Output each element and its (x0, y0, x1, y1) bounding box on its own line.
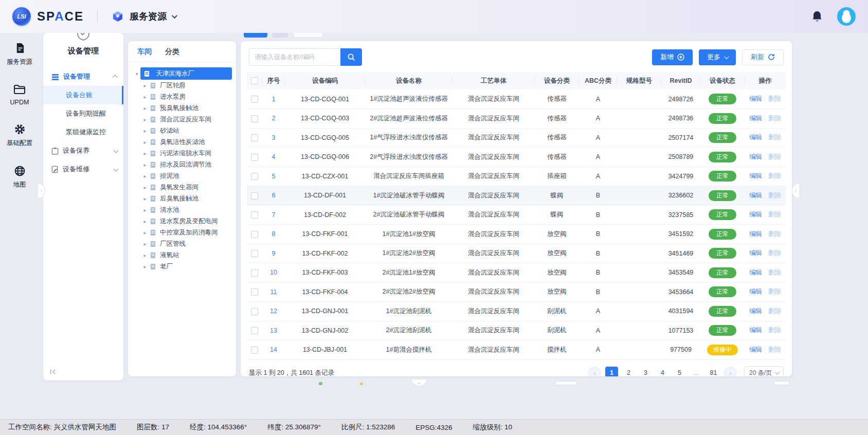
caret-collapsed-icon[interactable]: ▸ (141, 105, 149, 111)
table-row[interactable]: 1 13-CD-CGQ-001 1#沉淀池超声波液位传感器 混合沉淀反应车间 传… (247, 89, 786, 109)
tree-node[interactable]: ▸ 送水泵房及变配电间 (133, 215, 232, 227)
app-switcher[interactable]: 服务资源 (111, 10, 176, 23)
delete-link[interactable]: 删除 (768, 134, 781, 141)
row-number-link[interactable]: 13 (270, 327, 277, 334)
caret-collapsed-icon[interactable]: ▸ (141, 241, 149, 247)
row-checkbox[interactable] (251, 231, 258, 238)
caret-collapsed-icon[interactable]: ▸ (141, 264, 149, 269)
caret-expanded-icon[interactable]: ▾ (133, 71, 140, 77)
edit-link[interactable]: 编辑 (749, 249, 762, 257)
row-checkbox[interactable] (251, 288, 258, 296)
page-button[interactable]: 3 (639, 367, 652, 377)
row-checkbox[interactable] (251, 269, 258, 277)
delete-link[interactable]: 删除 (768, 346, 781, 353)
tab-category[interactable]: 分类 (165, 47, 179, 57)
delete-link[interactable]: 删除 (768, 327, 781, 334)
page-button[interactable]: 1 (605, 367, 618, 377)
edit-link[interactable]: 编辑 (749, 230, 762, 238)
row-checkbox[interactable] (251, 134, 258, 141)
tree-node[interactable]: ▸ 排水及回流调节池 (133, 159, 232, 170)
delete-link[interactable]: 删除 (768, 95, 781, 102)
caret-collapsed-icon[interactable]: ▸ (141, 83, 149, 88)
table-row[interactable]: 4 13-CD-CGQ-006 2#气浮段进水浊度仪传感器 混合沉淀反应车间 传… (247, 148, 786, 167)
table-row[interactable]: 9 13-CD-FKF-002 1#沉淀池2#放空阀 混合沉淀反应车间 放空阀 … (247, 244, 786, 263)
page-button[interactable]: ... (690, 367, 703, 377)
row-checkbox[interactable] (251, 96, 258, 103)
caret-collapsed-icon[interactable]: ▸ (141, 185, 149, 190)
row-number-link[interactable]: 2 (272, 115, 276, 122)
caret-collapsed-icon[interactable]: ▸ (141, 162, 149, 168)
tree-node[interactable]: ▸ 进水泵房 (133, 91, 232, 102)
table-row[interactable]: 3 13-CD-CGQ-005 1#气浮段进水浊度仪传感器 混合沉淀反应车间 传… (247, 128, 786, 148)
tab-workshop[interactable]: 车间 (137, 47, 152, 57)
row-number-link[interactable]: 11 (270, 288, 277, 296)
tree-node[interactable]: ▸ 厂区管线 (133, 238, 232, 249)
edit-link[interactable]: 编辑 (749, 153, 762, 160)
refresh-button[interactable]: 刷新 (742, 49, 784, 65)
delete-link[interactable]: 删除 (768, 211, 781, 218)
row-checkbox[interactable] (251, 308, 258, 315)
page-size-select[interactable]: 20 条/页 (744, 366, 784, 377)
delete-link[interactable]: 删除 (768, 115, 781, 122)
page-button[interactable]: 4 (656, 367, 669, 377)
delete-link[interactable]: 删除 (768, 288, 781, 295)
row-checkbox[interactable] (251, 250, 258, 257)
row-number-link[interactable]: 8 (272, 230, 276, 238)
more-button[interactable]: 更多 (699, 49, 736, 65)
delete-link[interactable]: 删除 (768, 153, 781, 160)
menu-item-device-ledger[interactable]: 设备台账 (43, 86, 123, 104)
row-number-link[interactable]: 6 (272, 192, 276, 199)
menu-group-device-maintenance[interactable]: 设备保养 (43, 141, 123, 160)
edit-link[interactable]: 编辑 (749, 327, 762, 334)
edit-link[interactable]: 编辑 (749, 95, 762, 102)
tree-node[interactable]: ▸ 后臭氧接触池 (133, 193, 232, 204)
row-number-link[interactable]: 7 (272, 211, 276, 219)
row-checkbox[interactable] (251, 347, 258, 354)
delete-link[interactable]: 删除 (768, 269, 781, 276)
select-all-checkbox[interactable] (251, 77, 258, 84)
row-checkbox[interactable] (251, 173, 258, 180)
table-row[interactable]: 13 13-CD-GNJ-002 2#沉淀池刮泥机 混合沉淀反应车间 刮泥机 A… (247, 321, 786, 340)
tree-node[interactable]: ▸ 液氧站 (133, 249, 232, 261)
edit-link[interactable]: 编辑 (749, 134, 762, 141)
page-button[interactable]: 81 (707, 367, 720, 377)
table-row[interactable]: 6 13-CD-DF-001 1#沉淀池破冰管手动蝶阀 混合沉淀反应车间 蝶阀 … (247, 186, 786, 206)
delete-link[interactable]: 删除 (768, 230, 781, 238)
menu-collapse-button[interactable] (49, 368, 57, 375)
caret-collapsed-icon[interactable]: ▸ (141, 128, 149, 134)
tree-node[interactable]: ▸ 排泥池 (133, 170, 232, 182)
rail-item-service-resources[interactable]: 服务资源 (7, 42, 32, 66)
table-row[interactable]: 7 13-CD-DF-002 2#沉淀池破冰管手动蝶阀 混合沉淀反应车间 蝶阀 … (247, 205, 786, 225)
row-number-link[interactable]: 14 (270, 346, 277, 353)
caret-collapsed-icon[interactable]: ▸ (141, 151, 149, 156)
tree-node-root[interactable]: 天津滨海水厂 (140, 67, 232, 80)
search-button[interactable] (340, 48, 362, 66)
caret-collapsed-icon[interactable]: ▸ (141, 139, 149, 145)
menu-item-pump-health-monitor[interactable]: 泵组健康监控 (43, 123, 123, 141)
row-checkbox[interactable] (251, 154, 258, 161)
row-checkbox[interactable] (251, 327, 258, 334)
caret-collapsed-icon[interactable]: ▸ (141, 230, 149, 235)
caret-collapsed-icon[interactable]: ▸ (141, 219, 149, 224)
caret-collapsed-icon[interactable]: ▸ (141, 196, 149, 202)
table-row[interactable]: 12 13-CD-GNJ-001 1#沉淀池刮泥机 混合沉淀反应车间 刮泥机 A… (247, 302, 786, 321)
row-checkbox[interactable] (251, 211, 258, 219)
rail-item-base-config[interactable]: 基础配置 (7, 123, 32, 148)
caret-collapsed-icon[interactable]: ▸ (141, 252, 149, 258)
table-row[interactable]: 5 13-CD-CZX-001 混合沉淀反应车间插座箱 混合沉淀反应车间 插座箱… (247, 167, 786, 186)
tree-node[interactable]: ▸ 污泥浓缩脱水车间 (133, 148, 232, 159)
caret-collapsed-icon[interactable]: ▸ (141, 207, 149, 213)
rail-item-updm[interactable]: UPDM (10, 84, 29, 106)
edit-link[interactable]: 编辑 (749, 192, 762, 199)
tree-node[interactable]: ▸ 臭氧发生器间 (133, 182, 232, 193)
caret-collapsed-icon[interactable]: ▸ (141, 117, 149, 122)
table-row[interactable]: 2 13-CD-CGQ-003 2#沉淀池超声波液位传感器 混合沉淀反应车间 传… (247, 109, 786, 129)
menu-group-device-management[interactable]: 设备管理 (43, 67, 123, 86)
search-input[interactable] (249, 48, 340, 66)
add-button[interactable]: 新增 (652, 49, 693, 65)
edit-link[interactable]: 编辑 (749, 346, 762, 353)
row-number-link[interactable]: 12 (270, 307, 277, 315)
row-number-link[interactable]: 1 (272, 96, 276, 103)
row-number-link[interactable]: 4 (272, 153, 276, 160)
table-row[interactable]: 8 13-CD-FKF-001 1#沉淀池1#放空阀 混合沉淀反应车间 放空阀 … (247, 225, 786, 244)
